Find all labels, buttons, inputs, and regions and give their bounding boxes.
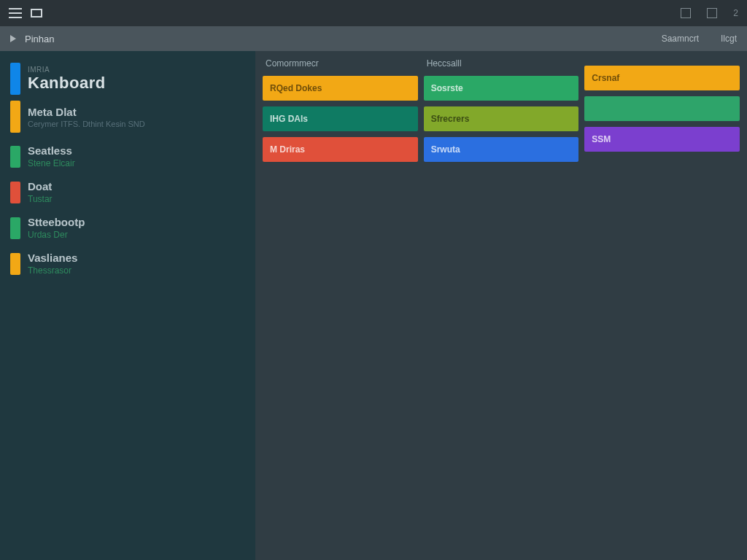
- breadcrumb-label: Pinhan: [25, 34, 54, 44]
- sidebar: IMRIA Kanboard Meta Dlat Cerymer ITFS. D…: [0, 51, 255, 560]
- status-icon-a[interactable]: [681, 8, 691, 18]
- title-bar: 2: [0, 0, 747, 26]
- sidebar-item-title-3: Stteebootp: [28, 216, 85, 228]
- sidebar-item-4[interactable]: Vaslianes Thessrasor: [10, 252, 245, 276]
- card-1-2[interactable]: Srwuta: [424, 137, 579, 162]
- breadcrumb-bar: Pinhan Saamncrt Ilcgt: [0, 26, 747, 51]
- sidebar-chip-4: [10, 253, 20, 275]
- sidebar-item-sub-3: Urdas Der: [28, 230, 85, 240]
- board-column-1: Heccsalll Sosrste Sfrecrers Srwuta: [424, 57, 579, 554]
- card-2-1[interactable]: [584, 96, 740, 121]
- board-column-2: Crsnaf SSM: [584, 57, 740, 554]
- card-2-0[interactable]: Crsnaf: [584, 66, 740, 90]
- toolbar-link-a[interactable]: Saamncrt: [662, 34, 699, 44]
- sidebar-item-title-0: Meta Dlat: [28, 106, 145, 118]
- hamburger-icon[interactable]: [9, 8, 22, 18]
- sidebar-item-sub-1: Stene Elcair: [28, 158, 75, 168]
- sidebar-chip-0: [10, 101, 20, 133]
- card-0-0[interactable]: RQed Dokes: [263, 76, 418, 101]
- window-icon: [31, 9, 42, 18]
- card-2-2[interactable]: SSM: [584, 127, 740, 152]
- sidebar-app-eyebrow: IMRIA: [28, 66, 106, 74]
- sidebar-item-title-1: Seatless: [28, 144, 75, 157]
- sidebar-chip-2: [10, 182, 20, 203]
- card-1-0[interactable]: Sosrste: [424, 76, 579, 101]
- sidebar-item-title-2: Doat: [28, 180, 53, 192]
- column-header-2: [584, 57, 740, 60]
- sidebar-chip-3: [10, 217, 20, 239]
- sidebar-item-title-4: Vaslianes: [28, 252, 77, 264]
- toolbar-link-b[interactable]: Ilcgt: [721, 34, 737, 44]
- card-0-1[interactable]: IHG DAls: [263, 106, 418, 131]
- sidebar-item-3[interactable]: Stteebootp Urdas Der: [10, 216, 245, 240]
- main-area: IMRIA Kanboard Meta Dlat Cerymer ITFS. D…: [0, 51, 747, 560]
- sidebar-item-2[interactable]: Doat Tustar: [10, 180, 245, 204]
- column-header-1: Heccsalll: [424, 57, 579, 70]
- sidebar-app-header[interactable]: IMRIA Kanboard: [0, 61, 255, 96]
- card-0-2[interactable]: M Driras: [263, 137, 418, 162]
- breadcrumb-pointer-icon: [10, 35, 16, 42]
- titlebar-count: 2: [733, 8, 738, 18]
- kanban-board: Comormmecr RQed Dokes IHG DAls M Driras …: [255, 51, 747, 560]
- sidebar-item-0[interactable]: Meta Dlat Cerymer ITFS. Dthint Kesin SND: [0, 99, 255, 134]
- column-header-0: Comormmecr: [263, 57, 418, 70]
- board-column-0: Comormmecr RQed Dokes IHG DAls M Driras: [263, 57, 418, 554]
- sidebar-app-title: Kanboard: [28, 74, 106, 93]
- sidebar-item-sub-4: Thessrasor: [28, 265, 77, 276]
- sidebar-item-sub-0: Cerymer ITFS. Dthint Kesin SND: [28, 120, 145, 128]
- card-1-1[interactable]: Sfrecrers: [424, 106, 579, 131]
- sidebar-app-chip: [10, 63, 20, 95]
- sidebar-chip-1: [10, 146, 20, 168]
- sidebar-item-1[interactable]: Seatless Stene Elcair: [10, 144, 245, 168]
- sidebar-item-sub-2: Tustar: [28, 194, 53, 204]
- status-icon-b[interactable]: [707, 8, 717, 18]
